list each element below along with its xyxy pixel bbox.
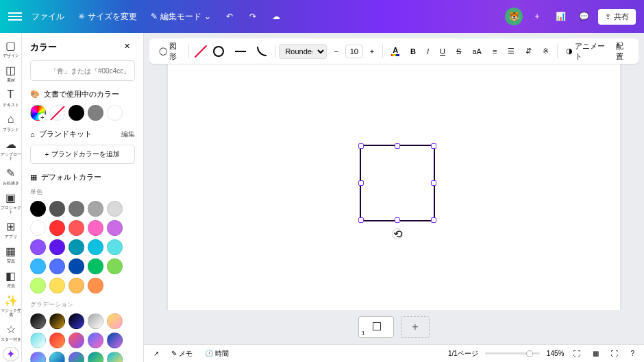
redo-icon[interactable]: ↷ [244,8,262,25]
sidebar-item-starred[interactable]: ☆スター付き [0,322,22,341]
rotate-handle[interactable]: ⟲ [392,228,403,239]
magic-button[interactable]: ✦ [3,347,19,361]
sidebar-item-elements[interactable]: ◫素材 [0,63,22,82]
gradient-swatch[interactable] [49,333,65,348]
gradient-swatch[interactable] [30,333,46,348]
resize-handle[interactable] [431,180,436,186]
color-swatch[interactable] [107,220,123,236]
gradient-swatch[interactable] [69,313,84,329]
color-swatch[interactable] [30,220,46,236]
file-menu[interactable]: ファイル [27,8,69,25]
color-swatch[interactable] [30,239,46,255]
color-swatch[interactable] [69,220,84,236]
color-swatch[interactable] [49,201,65,217]
zoom-slider[interactable] [485,352,540,354]
resize-menu[interactable]: ✳ サイズを変更 [74,8,141,25]
list-button[interactable]: ☰ [504,44,519,58]
color-swatch[interactable] [88,239,103,255]
resize-handle[interactable] [395,143,400,149]
color-swatch[interactable] [107,201,123,217]
position-button[interactable]: 配置 [612,38,633,64]
share-button[interactable]: ⇪共有 [598,9,636,25]
color-swatch[interactable] [69,278,84,293]
sidebar-item-draw[interactable]: ✎お絵描き [0,166,22,185]
corner-button[interactable] [253,44,271,59]
border-style-button[interactable] [209,43,228,60]
bold-button[interactable]: B [406,45,420,58]
color-swatch[interactable] [49,239,65,255]
color-swatch[interactable] [107,105,123,121]
grid-view-icon[interactable]: ▦ [590,348,602,359]
sidebar-item-photos[interactable]: ▦写真 [0,244,22,263]
sidebar-item-design[interactable]: ▢デザイン [0,38,22,58]
color-swatch[interactable] [88,278,103,293]
sidebar-item-brand[interactable]: ⌂ブランド [0,112,22,132]
no-color-swatch[interactable] [49,105,65,121]
sidebar-item-projects[interactable]: ▣プロジェクト [0,191,22,214]
case-button[interactable]: aA [468,45,485,58]
resize-handle[interactable] [358,217,364,223]
add-color-swatch[interactable] [30,105,46,121]
color-search-input[interactable] [30,60,135,81]
effects-button[interactable]: ※ [538,44,553,58]
comment-icon[interactable]: 💬 [575,8,593,25]
edit-mode-menu[interactable]: ✎ 編集モード ⌄ [147,8,215,25]
help-icon[interactable]: ? [628,348,637,359]
hamburger-icon[interactable] [8,12,22,21]
color-swatch[interactable] [69,239,84,255]
color-swatch[interactable] [30,258,46,274]
sidebar-item-text[interactable]: Tテキスト [0,88,22,107]
font-size-input[interactable] [345,45,363,58]
gradient-swatch[interactable] [49,352,65,362]
add-brand-color-button[interactable]: +ブランドカラーを追加 [30,145,135,164]
shape-button[interactable]: ◯図形 [155,38,184,64]
sidebar-item-magic[interactable]: ✨マジック生成 [0,293,22,317]
add-page-button[interactable]: + [401,316,430,338]
page-canvas[interactable]: ⟲ [168,64,620,310]
font-size-plus[interactable]: + [366,45,378,58]
color-swatch[interactable] [30,278,46,293]
spacing-button[interactable]: ⇵ [521,44,536,58]
gradient-swatch[interactable] [107,333,123,348]
analytics-icon[interactable]: 📊 [552,8,569,25]
duration-button[interactable]: 🕐 時間 [202,348,232,360]
fullscreen-icon[interactable]: ⛶ [608,348,621,359]
sidebar-item-upload[interactable]: ☁アップロード [0,137,22,160]
gradient-swatch[interactable] [88,313,103,329]
gradient-swatch[interactable] [107,313,123,329]
fit-icon[interactable]: ⛶ [571,348,583,359]
border-weight-button[interactable] [231,48,250,55]
italic-button[interactable]: I [423,45,433,58]
color-swatch[interactable] [69,105,84,121]
color-swatch[interactable] [69,201,84,217]
gradient-swatch[interactable] [69,333,84,348]
gradient-swatch[interactable] [107,352,123,362]
gradient-swatch[interactable] [30,352,46,362]
resize-handle[interactable] [395,217,400,223]
plus-icon[interactable]: + [528,8,546,25]
font-size-minus[interactable]: − [330,45,342,58]
resize-handle[interactable] [431,217,436,223]
color-swatch[interactable] [88,201,103,217]
color-swatch[interactable] [30,201,46,217]
color-swatch[interactable] [69,258,84,274]
gradient-swatch[interactable] [88,333,103,348]
text-color-button[interactable]: A [387,43,404,59]
color-swatch[interactable] [88,105,103,121]
resize-handle[interactable] [431,143,436,149]
collapse-icon[interactable]: ↗ [151,348,162,359]
resize-handle[interactable] [358,180,364,186]
underline-button[interactable]: U [436,45,449,58]
color-swatch[interactable] [49,258,65,274]
undo-icon[interactable]: ↶ [221,8,238,25]
color-swatch[interactable] [49,220,65,236]
color-swatch[interactable] [88,220,103,236]
align-button[interactable]: ≡ [488,45,501,58]
page-thumbnail[interactable]: 1 [358,316,394,338]
color-swatch[interactable] [107,239,123,255]
gradient-swatch[interactable] [30,313,46,329]
zoom-level[interactable]: 145% [547,350,565,357]
border-color-button[interactable] [193,44,206,59]
selected-rectangle[interactable]: ⟲ [360,145,435,221]
close-icon[interactable]: ✕ [124,42,135,53]
